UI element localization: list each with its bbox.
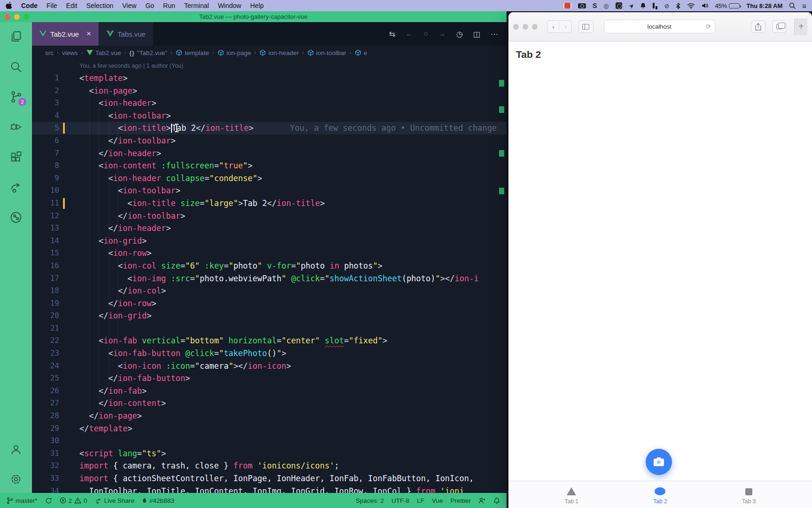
address-bar[interactable]: localhost ⟳	[604, 20, 715, 33]
sync-changes-button[interactable]	[45, 497, 52, 504]
menu-view[interactable]: View	[122, 2, 136, 9]
breadcrumb-item-ion-page[interactable]: ion-page	[218, 49, 251, 56]
menu-selection[interactable]: Selection	[86, 2, 114, 9]
code-line-10[interactable]: 10 <ion-toolbar>	[32, 184, 507, 197]
apple-logo-icon[interactable]	[6, 2, 12, 9]
code-line-2[interactable]: 2 <ion-page>	[32, 85, 507, 97]
notifications-bell-icon[interactable]	[493, 497, 500, 504]
previous-change-icon[interactable]: ←	[406, 30, 413, 38]
breadcrumb-item-ion-toolbar[interactable]: ion-toolbar	[307, 49, 346, 56]
encoding-status[interactable]: UTF-8	[391, 497, 409, 504]
code-line-13[interactable]: 13 </ion-header>	[32, 222, 507, 235]
code-line-16[interactable]: 16 <ion-col size="6" :key="photo" v-for=…	[32, 260, 507, 272]
code-line-1[interactable]: 1<template>	[32, 72, 507, 85]
zoom-window-button[interactable]	[23, 14, 29, 20]
ionic-extension-icon[interactable]	[9, 210, 23, 224]
menu-file[interactable]: File	[47, 2, 57, 9]
rocket-icon[interactable]: ➤	[627, 1, 636, 10]
stats-bars-icon[interactable]	[653, 2, 657, 9]
bell-icon[interactable]	[640, 2, 646, 9]
code-line-9[interactable]: 9 <ion-header collapse="condense">	[32, 172, 507, 185]
code-line-14[interactable]: 14 <ion-grid>	[32, 235, 507, 247]
minimize-window-button[interactable]	[523, 24, 528, 30]
menu-edit[interactable]: Edit	[66, 2, 78, 9]
run-debug-icon[interactable]	[9, 120, 23, 134]
breadcrumb-item-tab2-vue[interactable]: Tab2.vue	[86, 49, 121, 56]
tab-button-tab-3[interactable]: Tab 3	[728, 487, 770, 505]
settings-gear-icon[interactable]	[9, 472, 23, 486]
language-mode-status[interactable]: Vue	[432, 497, 443, 504]
code-line-32[interactable]: 32import { camera, trash, close } from '…	[32, 460, 507, 472]
minimize-window-button[interactable]	[14, 14, 20, 20]
code-line-15[interactable]: 15 <ion-row>	[32, 247, 507, 260]
window-ring-icon[interactable]	[616, 2, 622, 9]
current-change-icon[interactable]: ○	[423, 30, 428, 38]
next-change-icon[interactable]: →	[438, 30, 446, 38]
close-window-button[interactable]	[513, 24, 519, 30]
extensions-icon[interactable]	[9, 150, 23, 164]
menu-clock[interactable]: Thu 8:28 AM	[746, 2, 782, 9]
spotlight-search-icon[interactable]	[789, 2, 796, 9]
tab-button-tab-2[interactable]: Tab 2	[639, 487, 681, 505]
formatter-status[interactable]: Prettier	[450, 497, 471, 504]
code-line-7[interactable]: 7 </ion-header>	[32, 147, 507, 160]
code-line-17[interactable]: 17 <ion-img :src="photo.webviewPath" @cl…	[32, 272, 507, 285]
account-icon[interactable]	[9, 442, 23, 456]
wifi-icon[interactable]	[687, 2, 695, 9]
eol-status[interactable]: LF	[417, 497, 424, 504]
live-share-icon[interactable]	[9, 180, 23, 194]
breadcrumb-item-e[interactable]: e	[355, 49, 367, 56]
code-editor[interactable]: You, a few seconds ago | 1 author (You) …	[32, 60, 507, 493]
bluetooth-icon[interactable]	[676, 2, 680, 9]
code-line-27[interactable]: 27 </ion-content>	[32, 397, 507, 410]
code-line-34[interactable]: 34 IonToolbar, IonTitle, IonContent, Ion…	[32, 485, 507, 493]
tab-tabs-vue[interactable]: Tabs.vue	[99, 22, 153, 46]
menu-terminal[interactable]: Terminal	[184, 2, 209, 9]
tab-overview-button[interactable]	[772, 20, 787, 33]
indentation-status[interactable]: Spaces: 2	[356, 497, 384, 504]
code-line-3[interactable]: 3 <ion-header>	[32, 97, 507, 110]
search-icon[interactable]	[9, 60, 23, 74]
breadcrumb-item-template[interactable]: template	[176, 49, 209, 56]
live-share-status[interactable]: Live Share	[95, 497, 135, 504]
color-chip-status[interactable]: #42b883	[142, 497, 174, 504]
problems-status[interactable]: 2 0	[60, 497, 87, 504]
code-line-31[interactable]: 31<script lang="ts">	[32, 447, 507, 460]
more-actions-icon[interactable]: ⋯	[491, 30, 498, 39]
s-app-icon[interactable]: S	[593, 2, 597, 9]
forward-button[interactable]: ›	[559, 23, 571, 31]
breadcrumb-item--tab2-vue-[interactable]: {}"Tab2.vue"	[130, 49, 167, 56]
menu-run[interactable]: Run	[163, 2, 175, 9]
share-button[interactable]	[751, 20, 765, 33]
code-line-22[interactable]: 22 <ion-fab vertical="bottom" horizontal…	[32, 334, 507, 347]
code-line-6[interactable]: 6 </ion-toolbar>	[32, 135, 507, 147]
source-control-icon[interactable]: 2	[9, 90, 23, 104]
take-photo-fab[interactable]	[646, 449, 672, 475]
menu-window[interactable]: Window	[218, 2, 242, 9]
code-line-4[interactable]: 4 <ion-toolbar>	[32, 110, 507, 122]
back-button[interactable]: ‹	[547, 23, 559, 31]
close-tab-icon[interactable]: ×	[86, 29, 91, 39]
sidebar-button[interactable]	[578, 20, 593, 33]
split-editor-icon[interactable]: ◫	[473, 30, 480, 39]
breadcrumb-item-views[interactable]: views	[62, 49, 78, 56]
volume-icon[interactable]	[702, 2, 708, 9]
code-line-21[interactable]: 21	[32, 322, 507, 335]
new-tab-button[interactable]: +	[794, 18, 807, 35]
tab-button-tab-1[interactable]: Tab 1	[550, 487, 593, 505]
reload-icon[interactable]: ⟳	[706, 23, 711, 30]
code-line-12[interactable]: 12 </ion-toolbar>	[32, 210, 507, 222]
code-line-8[interactable]: 8 <ion-content :fullscreen="true">	[32, 159, 507, 172]
code-line-28[interactable]: 28 </ion-page>	[32, 410, 507, 422]
control-center-icon[interactable]: ≡	[802, 2, 806, 9]
battery-indicator[interactable]: 45%	[715, 2, 740, 9]
toggle-changes-icon[interactable]: ⇆	[389, 30, 395, 39]
breadcrumb-item-src[interactable]: src	[45, 49, 54, 56]
code-line-24[interactable]: 24 <ion-icon :icon="camera"></ion-icon>	[32, 360, 507, 373]
code-line-33[interactable]: 33import { actionSheetController, IonPag…	[32, 472, 507, 485]
menu-help[interactable]: Help	[250, 2, 264, 9]
code-line-23[interactable]: 23 <ion-fab-button @click="takePhoto()">	[32, 347, 507, 360]
feedback-icon[interactable]	[478, 497, 486, 504]
code-line-25[interactable]: 25 </ion-fab-button>	[32, 372, 507, 385]
code-line-5[interactable]: 5 <ion-title>Tab 2</ion-title>You, a few…	[32, 122, 507, 135]
